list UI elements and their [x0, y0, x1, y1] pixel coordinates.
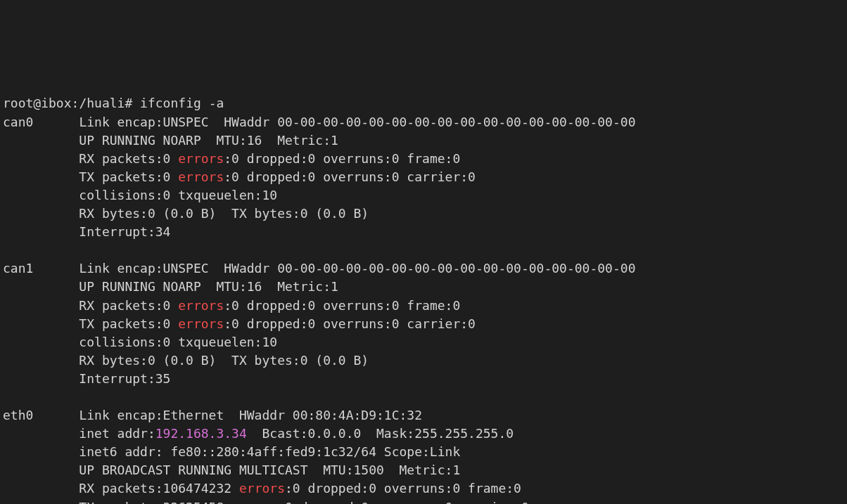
prompt-command: ifconfig -a: [140, 96, 224, 110]
prompt-user: root@ibox: [3, 96, 72, 110]
interface-block: eth0 Link encap:Ethernet HWaddr 00:80:4A…: [3, 408, 544, 504]
errors-label: errors: [178, 169, 224, 184]
interface-list: can0 Link encap:UNSPEC HWaddr 00-00-00-0…: [3, 115, 635, 504]
prompt-symbol: #: [125, 96, 132, 110]
interface-block: can1 Link encap:UNSPEC HWaddr 00-00-00-0…: [3, 261, 635, 386]
inet-address: 192.168.3.34: [155, 426, 247, 441]
errors-label: errors: [178, 298, 224, 313]
prompt-path: /huali: [79, 96, 125, 110]
interface-name: eth0: [3, 408, 79, 422]
interface-block: can0 Link encap:UNSPEC HWaddr 00-00-00-0…: [3, 115, 635, 240]
interface-name: can0: [3, 115, 79, 129]
errors-label: errors: [178, 316, 224, 331]
interface-name: can1: [3, 261, 79, 276]
errors-label: errors: [239, 481, 285, 496]
errors-label: errors: [231, 500, 277, 504]
terminal-output[interactable]: root@ibox:/huali# ifconfig -a can0 Link …: [0, 91, 847, 504]
prompt-line: root@ibox:/huali# ifconfig -a: [3, 96, 224, 110]
errors-label: errors: [178, 151, 224, 166]
